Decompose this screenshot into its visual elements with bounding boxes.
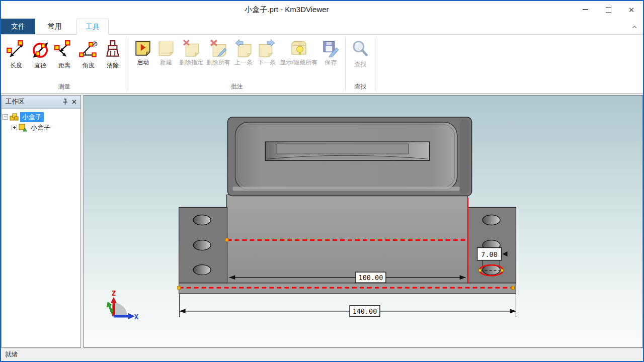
close-panel-icon xyxy=(71,99,77,105)
show-hide-all-annotations-icon xyxy=(290,39,308,57)
minimize-button[interactable] xyxy=(574,1,597,18)
ribbon-toolbar: 长度 直径 xyxy=(1,35,643,94)
annotation-previous-button[interactable]: 上一条 xyxy=(232,37,255,68)
measure-endpoint-marker xyxy=(479,269,481,272)
pin-panel-button[interactable] xyxy=(60,98,69,107)
pin-icon xyxy=(62,99,68,105)
collapse-expander-icon[interactable] xyxy=(3,114,8,120)
measure-endpoint-marker xyxy=(178,286,181,289)
maximize-icon xyxy=(606,7,611,13)
workspace-panel-title: 工作区 xyxy=(6,98,60,106)
annotation-delete-specified-button[interactable]: 删除指定 xyxy=(178,37,205,68)
part-icon xyxy=(19,124,27,132)
annotation-new-button[interactable]: 新建 xyxy=(154,37,178,68)
coordinate-triad: Z X xyxy=(107,289,139,321)
next-annotation-icon xyxy=(258,39,276,57)
close-button[interactable]: ✕ xyxy=(620,1,643,18)
part-body xyxy=(226,195,467,283)
previous-annotation-icon xyxy=(234,39,253,57)
distance-icon xyxy=(54,39,75,60)
ribbon-tab-row: 文件 常用 工具 xyxy=(1,18,643,35)
annotation-show-hide-all-button[interactable]: 显示/隐藏所有 xyxy=(278,37,319,68)
3d-viewport[interactable]: 100.00 140.00 xyxy=(84,95,643,348)
group-label-measure: 测量 xyxy=(2,82,127,93)
clear-button[interactable]: 清除 xyxy=(101,37,125,71)
minimize-icon xyxy=(583,9,588,10)
close-icon: ✕ xyxy=(628,6,635,14)
maximize-button[interactable] xyxy=(597,1,620,18)
delete-specified-annotation-icon xyxy=(182,39,200,57)
group-label-annotation: 批注 xyxy=(129,82,344,93)
window-title: 小盒子.prt - Km3DViewer xyxy=(1,5,573,15)
dimension-label-100[interactable]: 100.00 xyxy=(359,274,383,282)
app-window: 小盒子.prt - Km3DViewer ✕ 文件 常用 工具 xyxy=(0,0,644,362)
annotation-delete-all-button[interactable]: 删除所有 xyxy=(205,37,232,68)
window-controls: ✕ xyxy=(574,1,643,18)
find-icon xyxy=(350,39,370,59)
find-button[interactable]: 查找 xyxy=(349,37,372,70)
status-bar: 就绪 xyxy=(1,348,643,361)
dimension-label-140[interactable]: 140.00 xyxy=(353,307,377,315)
tab-home[interactable]: 常用 xyxy=(39,19,70,34)
expand-expander-icon[interactable] xyxy=(12,125,17,130)
ribbon-group-measure: 长度 直径 xyxy=(1,35,128,93)
angle-button[interactable]: 角度 xyxy=(76,37,101,71)
part-lid xyxy=(227,117,471,196)
assembly-icon xyxy=(10,113,19,121)
group-separator xyxy=(375,37,375,90)
dimension-label-7[interactable]: 7.00 xyxy=(481,250,497,258)
ribbon-group-annotation: 启动 新建 删除指定 xyxy=(128,35,345,93)
tab-tools[interactable]: 工具 xyxy=(76,19,109,35)
length-button[interactable]: 长度 xyxy=(4,37,28,71)
title-bar: 小盒子.prt - Km3DViewer ✕ xyxy=(1,1,643,18)
model-tree: 小盒子 小盒子 xyxy=(2,109,80,347)
group-label-find: 查找 xyxy=(347,82,374,93)
tree-item-root[interactable]: 小盒子 xyxy=(3,112,79,122)
ribbon-group-find: 查找 查找 xyxy=(346,35,375,93)
angle-icon xyxy=(78,39,99,60)
part-model[interactable] xyxy=(179,117,516,294)
tree-item-child-label[interactable]: 小盒子 xyxy=(29,123,52,133)
z-axis-label: Z xyxy=(112,289,116,297)
delete-all-annotations-icon xyxy=(209,39,227,57)
start-annotation-icon xyxy=(134,39,152,57)
workspace-panel: 工作区 xyxy=(1,95,81,348)
tab-file[interactable]: 文件 xyxy=(1,19,35,34)
distance-button[interactable]: 距离 xyxy=(52,37,76,71)
close-panel-button[interactable] xyxy=(69,98,78,107)
clear-measures-icon xyxy=(102,39,123,60)
length-icon xyxy=(6,39,27,60)
measure-endpoint-marker xyxy=(225,238,228,241)
triad-disc xyxy=(114,303,127,316)
diameter-button[interactable]: 直径 xyxy=(28,37,52,71)
x-axis-label: X xyxy=(134,313,139,321)
new-annotation-icon xyxy=(157,39,175,57)
collapse-ribbon-button[interactable] xyxy=(631,24,638,31)
annotation-start-button[interactable]: 启动 xyxy=(131,37,154,68)
main-area: 工作区 xyxy=(1,94,643,348)
dimension-outer-width[interactable]: 140.00 xyxy=(180,294,516,317)
diameter-icon xyxy=(30,39,51,60)
status-text: 就绪 xyxy=(5,350,18,359)
workspace-panel-header: 工作区 xyxy=(2,96,80,109)
annotation-save-button[interactable]: 保存 xyxy=(319,37,342,68)
measure-endpoint-marker xyxy=(511,286,514,289)
save-annotations-icon xyxy=(321,39,340,57)
annotation-next-button[interactable]: 下一条 xyxy=(255,37,278,68)
chevron-up-icon xyxy=(631,25,638,30)
tree-item-root-label[interactable]: 小盒子 xyxy=(20,112,44,122)
measure-endpoint-marker xyxy=(501,269,504,272)
tree-item-child[interactable]: 小盒子 xyxy=(12,122,79,133)
